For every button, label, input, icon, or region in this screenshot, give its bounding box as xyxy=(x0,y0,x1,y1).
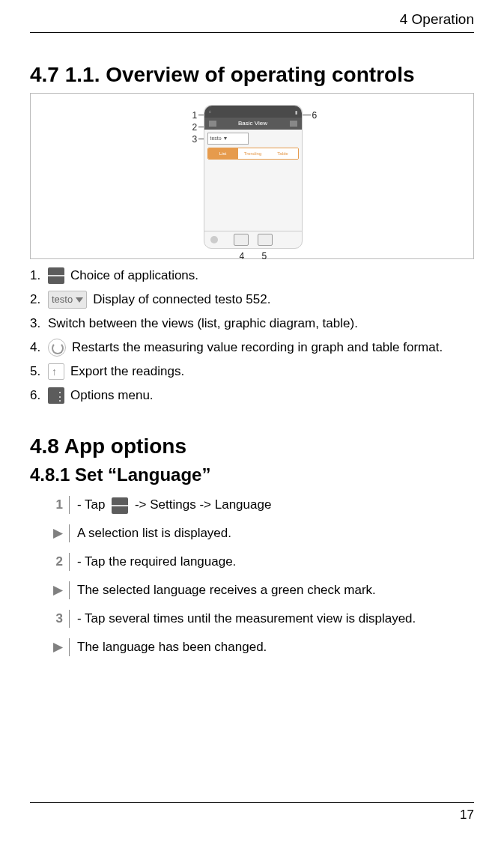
callout-5: 5 xyxy=(262,251,267,261)
step-result-3: ▶ The language has been changed. xyxy=(46,638,474,656)
step-2: 2 - Tap the required language. xyxy=(46,553,474,571)
options-icon xyxy=(290,121,297,127)
footer-button-2 xyxy=(258,234,273,246)
step-marker: ▶ xyxy=(46,581,70,599)
running-header: 4 Operation xyxy=(30,11,474,33)
legend-text: Restarts the measuring value recording i… xyxy=(72,339,443,357)
legend-number: 3. xyxy=(30,315,48,333)
legend-number: 1. xyxy=(30,267,48,285)
step-text: - Tap several times until the measuremen… xyxy=(70,610,416,628)
step-3: 3 - Tap several times until the measurem… xyxy=(46,610,474,628)
device-dropdown: testo ▼ xyxy=(207,133,249,145)
callout-3: 3 xyxy=(192,134,198,145)
step-text: - Tap the required language. xyxy=(70,553,236,571)
restart-icon xyxy=(210,236,218,243)
legend-item-5: 5. Export the readings. xyxy=(30,363,474,381)
step-text-post: -> Settings -> Language xyxy=(135,497,271,512)
legend-text: Choice of applications. xyxy=(70,267,198,285)
section-heading-4-8-1: 4.8.1 Set “Language” xyxy=(30,464,474,485)
legend-item-1: 1. Choice of applications. xyxy=(30,267,474,285)
legend-item-4: 4. Restarts the measuring value recordin… xyxy=(30,339,474,357)
device-mock: ○▮ Basic View testo ▼ List Trending Tabl… xyxy=(204,105,303,249)
legend-item-3: 3. Switch between the views (list, graph… xyxy=(30,315,474,333)
export-icon xyxy=(48,363,64,380)
legend-number: 4. xyxy=(30,339,48,357)
legend-list: 1. Choice of applications. 2. testo Disp… xyxy=(30,267,474,405)
step-result-1: ▶ A selection list is displayed. xyxy=(46,524,474,542)
section-heading-4-7: 4.7 1.1. Overview of operating controls xyxy=(30,63,474,87)
device-footer xyxy=(204,231,302,248)
callout-4: 4 xyxy=(240,251,245,261)
legend-text: Display of connected testo 552. xyxy=(93,291,270,309)
step-text: The selected language receives a green c… xyxy=(70,581,376,599)
options-icon xyxy=(48,387,64,404)
restart-icon xyxy=(48,339,66,357)
step-text: The language has been changed. xyxy=(70,638,267,656)
step-result-2: ▶ The selected language receives a green… xyxy=(46,581,474,599)
steps-list: 1 - Tap -> Settings -> Language ▶ A sele… xyxy=(46,496,474,656)
callout-6: 6 xyxy=(312,110,318,121)
hamburger-icon xyxy=(48,267,64,284)
hamburger-icon xyxy=(112,497,128,514)
step-1: 1 - Tap -> Settings -> Language xyxy=(46,496,474,514)
page-number: 17 xyxy=(30,802,474,823)
step-marker: ▶ xyxy=(46,524,70,542)
callout-line xyxy=(302,115,311,115)
tab-trending: Trending xyxy=(238,148,268,159)
device-titlebar: Basic View xyxy=(204,118,302,130)
document-page: 4 Operation 4.7 1.1. Overview of operati… xyxy=(0,0,504,845)
legend-item-2: 2. testo Display of connected testo 552. xyxy=(30,291,474,309)
legend-number: 2. xyxy=(30,291,48,309)
step-text: A selection list is displayed. xyxy=(70,524,231,542)
callout-1: 1 xyxy=(192,110,198,121)
legend-number: 5. xyxy=(30,363,48,381)
step-marker: 3 xyxy=(46,610,70,628)
footer-button-1 xyxy=(234,234,249,246)
device-mock-wrapper: 1 2 3 6 4 5 ○▮ Basic View testo ▼ L xyxy=(163,101,342,251)
device-tabs: List Trending Table xyxy=(207,148,299,160)
section-heading-4-8: 4.8 App options xyxy=(30,434,474,458)
step-marker: 1 xyxy=(46,496,70,514)
testo-dropdown-icon: testo xyxy=(48,291,87,309)
legend-number: 6. xyxy=(30,387,48,405)
tab-list: List xyxy=(208,148,238,159)
legend-text: Switch between the views (list, graphic … xyxy=(48,315,358,333)
step-marker: 2 xyxy=(46,553,70,571)
device-statusbar: ○▮ xyxy=(204,106,302,118)
tab-table: Table xyxy=(268,148,298,159)
chevron-down-icon xyxy=(76,297,83,303)
hamburger-icon xyxy=(209,121,216,127)
step-text-pre: - Tap xyxy=(77,497,109,512)
callout-2: 2 xyxy=(192,122,198,133)
legend-text: Options menu. xyxy=(70,387,154,405)
testo-label: testo xyxy=(52,291,73,309)
legend-item-6: 6. Options menu. xyxy=(30,387,474,405)
figure-overview-controls: 1 2 3 6 4 5 ○▮ Basic View testo ▼ L xyxy=(30,93,474,259)
device-title-text: Basic View xyxy=(238,120,267,127)
legend-text: Export the readings. xyxy=(70,363,184,381)
step-text: - Tap -> Settings -> Language xyxy=(70,496,271,514)
step-marker: ▶ xyxy=(46,638,70,656)
